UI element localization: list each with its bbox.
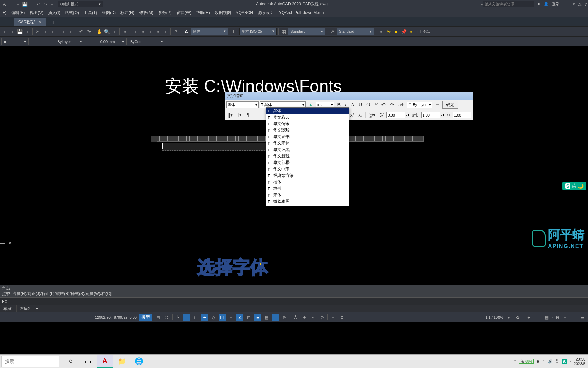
columns-icon[interactable]: ‖▾ bbox=[226, 111, 234, 119]
color-combo[interactable]: ■▾ bbox=[1, 38, 29, 45]
e-icon[interactable]: ▫ bbox=[570, 314, 577, 321]
settings-icon[interactable]: ✿ bbox=[514, 314, 521, 321]
undo-icon[interactable]: ↶ bbox=[380, 101, 387, 109]
mtext-icon[interactable]: ⦀▾ bbox=[235, 111, 243, 119]
menu-parametric[interactable]: 参数(P) bbox=[156, 9, 174, 17]
tpy-icon[interactable]: ▦ bbox=[263, 314, 270, 321]
menu-file[interactable]: F) bbox=[1, 9, 9, 16]
zoom-dropdown-icon[interactable]: ▾ bbox=[505, 314, 512, 321]
gizmo-icon[interactable]: ✦ bbox=[301, 314, 308, 321]
f-icon[interactable]: ☰ bbox=[579, 314, 586, 321]
textstyle-combo[interactable]: 黑体▾ bbox=[191, 28, 228, 35]
ortho-icon[interactable]: ∟ bbox=[192, 314, 199, 321]
cart-icon[interactable]: ▾ bbox=[573, 2, 575, 6]
pan-icon[interactable]: ✋ bbox=[96, 28, 103, 35]
menu-view[interactable]: 视图(V) bbox=[28, 9, 45, 17]
sheetset-icon[interactable]: ▫ bbox=[147, 28, 154, 35]
tablestyle-combo[interactable]: Standard▾ bbox=[288, 28, 325, 35]
strikethrough-button[interactable]: A bbox=[349, 101, 356, 109]
user-icon[interactable]: 👤 bbox=[544, 2, 549, 6]
help-icon[interactable]: ? bbox=[585, 2, 587, 6]
font-item-heiti[interactable]: T黑体 bbox=[266, 108, 349, 114]
redo-icon[interactable]: ↷ bbox=[85, 28, 92, 35]
menu-insert[interactable]: 插入(I) bbox=[46, 9, 62, 17]
linetype-combo[interactable]: ———— ByLayer▾ bbox=[30, 38, 84, 45]
task-cortana[interactable]: ○ bbox=[63, 355, 79, 368]
battery-indicator[interactable]: 🔌 68% bbox=[519, 359, 534, 364]
login-label[interactable]: 登录 bbox=[552, 2, 559, 7]
tracking-input[interactable] bbox=[421, 112, 440, 118]
snap-icon[interactable]: ∷ bbox=[163, 314, 170, 321]
osnap-icon[interactable]: ☐ bbox=[219, 314, 226, 321]
redo-icon[interactable]: ↷ bbox=[388, 101, 396, 109]
tab-cad-tutorial[interactable]: CAD教程* × bbox=[14, 18, 46, 26]
infocenter-icon[interactable]: ⚭ bbox=[537, 2, 540, 6]
a-icon[interactable]: + bbox=[525, 314, 532, 321]
font-item[interactable]: T楷体 bbox=[266, 179, 349, 185]
workspace-icon[interactable]: ⚙ bbox=[339, 314, 345, 321]
ime-indicator[interactable]: S 英 🌙 bbox=[562, 182, 586, 190]
layout-tab-1[interactable]: 布局1 bbox=[0, 305, 17, 312]
ruler-icon[interactable]: ▭ bbox=[434, 101, 441, 109]
width-input[interactable] bbox=[453, 112, 471, 118]
font-item[interactable]: T经典繁方篆 bbox=[266, 172, 349, 179]
task-explorer[interactable]: 📁 bbox=[114, 355, 130, 368]
open-icon[interactable]: ▫ bbox=[15, 1, 21, 7]
close-icon[interactable]: × bbox=[39, 19, 42, 25]
tablestyle-icon[interactable]: ▦ bbox=[280, 28, 287, 35]
font-item[interactable]: T华文行楷 bbox=[266, 159, 349, 166]
symbol-icon[interactable]: @▾ bbox=[367, 111, 377, 119]
font-item[interactable]: T华文细黑 bbox=[266, 147, 349, 153]
command-input[interactable]: EXT bbox=[0, 297, 588, 305]
workspace-switcher[interactable]: ⚙ 经典模式 ▾ bbox=[58, 1, 103, 7]
quickprops-icon[interactable]: ▫ bbox=[330, 314, 337, 321]
help-icon[interactable]: ? bbox=[173, 28, 179, 35]
menu-yqarch-pulldown[interactable]: YQArch Pull-down Menu bbox=[277, 9, 326, 16]
quickcalc-icon[interactable]: ▫ bbox=[162, 28, 169, 35]
2d-icon[interactable]: ⊡ bbox=[245, 314, 252, 321]
font-item[interactable]: T华文中宋 bbox=[266, 166, 349, 172]
anno-icon[interactable]: 人 bbox=[292, 314, 299, 321]
iso-icon[interactable]: ◇ bbox=[210, 314, 217, 321]
subscript-icon[interactable]: x₂ bbox=[357, 111, 364, 119]
d-icon[interactable]: ▫ bbox=[561, 314, 568, 321]
dsm-icon[interactable]: ▫ bbox=[132, 28, 139, 35]
save-icon[interactable]: 💾 bbox=[16, 28, 23, 35]
font-item[interactable]: T华文琥珀 bbox=[266, 127, 349, 134]
c-icon[interactable]: ▦ bbox=[543, 314, 550, 321]
open-icon[interactable]: ▫ bbox=[9, 28, 16, 35]
superscript-icon[interactable]: x² bbox=[348, 111, 356, 119]
font-item[interactable]: T华文仿宋 bbox=[266, 121, 349, 127]
ok-button[interactable]: 确定 bbox=[442, 101, 458, 109]
layout-tab-2[interactable]: 布局2 bbox=[17, 305, 33, 312]
task-taskview[interactable]: ▭ bbox=[80, 355, 96, 368]
menu-help[interactable]: 帮助(H) bbox=[194, 9, 212, 17]
grid-icon[interactable]: ⊞ bbox=[154, 314, 161, 321]
lineweight-combo[interactable]: — 0.00 mm▾ bbox=[86, 38, 127, 45]
oblique-input[interactable] bbox=[386, 112, 405, 118]
menu-tools[interactable]: 工具(T) bbox=[82, 9, 99, 17]
menu-draw[interactable]: 绘图(D) bbox=[100, 9, 118, 17]
align-left-icon[interactable]: ≡ bbox=[252, 111, 258, 119]
tray-network-icon[interactable]: ⊕ bbox=[536, 359, 539, 364]
qp-icon[interactable]: ▫ bbox=[272, 314, 279, 321]
width-icon[interactable]: ○ bbox=[445, 111, 452, 119]
menu-dataview[interactable]: 数据视图 bbox=[213, 9, 233, 17]
copy-icon[interactable]: ▫ bbox=[42, 28, 49, 35]
menu-yuanquan[interactable]: 源泉设计 bbox=[256, 9, 276, 17]
gizmo2-icon[interactable]: ⊙ bbox=[318, 314, 325, 321]
style-combo[interactable]: 黑体▾ bbox=[226, 101, 259, 108]
sc-icon[interactable]: ⊕ bbox=[281, 314, 288, 321]
units-label[interactable]: 小数 bbox=[552, 315, 559, 320]
color-combo[interactable]: ☐ ByLayer▾ bbox=[407, 102, 432, 108]
undo-icon[interactable]: ↶ bbox=[35, 1, 42, 7]
help-search-input[interactable]: 键入关键字或短语 bbox=[483, 1, 534, 7]
underline-button[interactable]: U bbox=[357, 101, 364, 109]
font-item[interactable]: T微软雅黑 Light bbox=[266, 205, 349, 206]
align-center-icon[interactable]: ≡ bbox=[259, 111, 265, 119]
dyn-icon[interactable]: ⊥ bbox=[183, 314, 190, 321]
markup-icon[interactable]: ▫ bbox=[154, 28, 161, 35]
new-tab-button[interactable]: + bbox=[49, 18, 58, 26]
para-icon[interactable]: ¶ bbox=[245, 111, 251, 119]
plot-icon[interactable]: ▫ bbox=[24, 28, 31, 35]
